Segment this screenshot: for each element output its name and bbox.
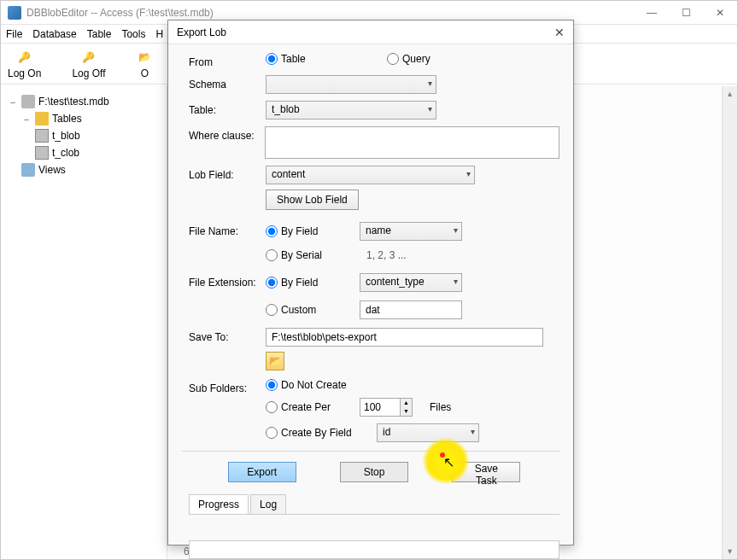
lobfield-value: content [272,168,305,180]
spin-up-icon[interactable]: ▲ [400,399,412,407]
browse-folder-button[interactable]: 📂 [266,352,284,370]
tree-root-label: F:\test\test.mdb [38,96,109,108]
tree-table-label: t_clob [52,147,79,159]
fileext-custom-radio-input[interactable] [266,304,278,316]
minimize-button[interactable]: — [641,7,662,19]
table-label: Table: [189,101,266,116]
subfolders-createbyfield-radio[interactable]: Create By Field [266,427,360,439]
maximize-button[interactable]: ☐ [676,7,696,19]
filename-byfield-label: By Field [281,225,318,237]
tab-log[interactable]: Log [250,494,286,514]
subfolders-label: Sub Folders: [189,379,266,394]
createper-count-stepper[interactable]: ▲ ▼ [360,398,413,417]
subfolders-donotcreate-radio-input[interactable] [266,379,278,391]
saveto-input[interactable] [266,328,543,347]
menu-file[interactable]: File [6,28,22,40]
subfolders-createper-radio[interactable]: Create Per [266,401,343,413]
stop-button[interactable]: Stop [340,462,408,482]
saveto-label: Save To: [189,328,266,343]
createbyfield-value: id [383,426,390,438]
tree-tables-label: Tables [52,113,82,125]
subfolders-createper-radio-input[interactable] [266,401,278,413]
window-title: DBBlobEditor -- Access (F:\test\test.mdb… [26,7,214,19]
sidebar-tree: – F:\test\test.mdb – Tables t_blob [1,86,167,559]
window-controls: — ☐ ✕ [641,7,730,19]
filename-field-combo[interactable]: name [360,222,462,241]
tree-tables-folder[interactable]: – Tables [18,110,163,127]
vertical-scrollbar[interactable]: ▲ ▼ [722,86,737,559]
toolbar-open-truncated[interactable]: 📂 O [137,49,154,79]
database-icon [21,95,35,108]
files-label: Files [430,401,451,413]
export-lob-dialog: Export Lob ✕ From Table Query [167,20,574,545]
fileext-byfield-radio[interactable]: By Field [266,277,343,289]
serial-hint: 1, 2, 3 ... [366,249,407,261]
from-table-radio[interactable]: Table [266,53,343,65]
close-button[interactable]: ✕ [710,7,730,19]
menu-tools[interactable]: Tools [121,28,145,40]
app-icon [8,6,21,20]
menu-help-truncated[interactable]: H [155,28,163,40]
filename-label: File Name: [189,222,266,237]
folder-open-icon: 📂 [269,355,282,367]
collapse-icon[interactable]: – [21,114,32,124]
table-icon [35,129,49,143]
fileext-custom-input[interactable] [360,300,462,319]
fileext-label: File Extension: [189,273,266,289]
menu-table[interactable]: Table [87,28,112,40]
fileext-custom-label: Custom [281,304,316,316]
progress-bar [189,540,559,559]
from-query-label: Query [402,53,430,65]
subfolders-createbyfield-label: Create By Field [281,427,352,439]
views-icon [21,163,35,177]
lobfield-label: Lob Field: [189,166,266,181]
dialog-titlebar: Export Lob ✕ [168,20,573,44]
fileext-byfield-radio-input[interactable] [266,277,278,289]
fileext-field-value: content_type [366,276,425,288]
createbyfield-combo[interactable]: id [377,423,479,442]
folder-icon [35,112,49,125]
from-query-radio[interactable]: Query [387,53,464,65]
from-query-radio-input[interactable] [387,53,399,65]
key-icon: 🔑 [16,49,33,66]
tree-root[interactable]: – F:\test\test.mdb [4,93,163,110]
export-button[interactable]: Export [228,462,296,482]
spin-down-icon[interactable]: ▼ [400,407,412,416]
scroll-up-icon[interactable]: ▲ [723,86,737,102]
toolbar-open-label: O [141,67,149,79]
filename-byfield-radio-input[interactable] [266,225,278,237]
menu-database[interactable]: Database [32,28,76,40]
show-lob-field-button[interactable]: Show Lob Field [266,190,359,210]
table-combo[interactable]: t_blob [266,101,436,120]
filename-field-value: name [366,225,391,236]
filename-byserial-radio[interactable]: By Serial [266,249,343,261]
filename-byfield-radio[interactable]: By Field [266,225,343,237]
lobfield-combo[interactable]: content [266,166,475,184]
collapse-icon[interactable]: – [8,96,18,107]
scroll-down-icon[interactable]: ▼ [723,544,737,559]
schema-combo[interactable] [266,75,436,94]
toolbar-logoff-label: Log Off [72,67,105,79]
key-off-icon: 🔑 [80,49,97,66]
toolbar-logoff[interactable]: 🔑 Log Off [72,49,105,79]
fileext-field-combo[interactable]: content_type [360,273,462,292]
tab-progress[interactable]: Progress [189,494,249,514]
folder-open-icon: 📂 [137,49,154,66]
subfolders-createper-label: Create Per [281,401,331,413]
where-textarea[interactable] [265,126,559,159]
filename-byserial-radio-input[interactable] [266,249,278,261]
tree-table-item[interactable]: t_clob [32,144,163,161]
from-table-radio-input[interactable] [266,53,278,65]
fileext-custom-radio[interactable]: Custom [266,304,343,316]
table-icon [35,146,49,160]
dialog-close-button[interactable]: ✕ [554,26,565,39]
subfolders-donotcreate-radio[interactable]: Do Not Create [266,379,347,391]
tree-views-folder[interactable]: Views [18,161,163,178]
subfolders-createbyfield-radio-input[interactable] [266,427,278,439]
toolbar-logon[interactable]: 🔑 Log On [8,49,41,79]
tree-table-item[interactable]: t_blob [32,127,163,144]
createper-count-input[interactable] [360,399,400,416]
tree-views-label: Views [38,164,66,176]
savetask-button[interactable]: Save Task [452,462,520,482]
from-label: From [189,53,266,68]
